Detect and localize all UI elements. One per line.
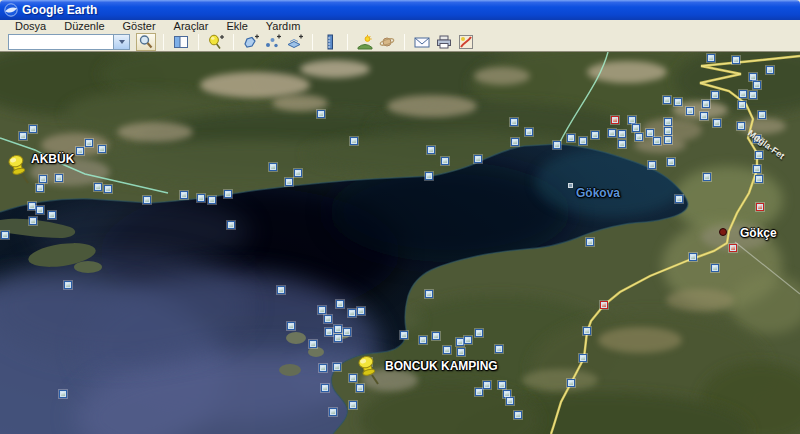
photo-placemark[interactable] <box>319 364 327 372</box>
boncuk-pushpin-icon[interactable] <box>357 356 383 386</box>
photo-placemark[interactable] <box>325 328 333 336</box>
photo-placemark[interactable] <box>608 129 616 137</box>
photo-placemark[interactable] <box>29 217 37 225</box>
photo-placemark[interactable] <box>48 211 56 219</box>
photo-placemark[interactable] <box>443 346 451 354</box>
photo-placemark[interactable] <box>94 183 102 191</box>
photo-placemark[interactable] <box>349 401 357 409</box>
boncuk-placemark-label[interactable]: BONCUK KAMPING <box>385 359 498 373</box>
photo-placemark[interactable] <box>227 221 235 229</box>
photo-placemark[interactable] <box>511 138 519 146</box>
photo-placemark[interactable] <box>419 336 427 344</box>
menu-ekle[interactable]: Ekle <box>217 20 256 32</box>
map-view[interactable]: AKBÜK Gökova Gökçe BONCUK KAMPING Muğla-… <box>0 52 800 434</box>
photo-placemark[interactable] <box>143 196 151 204</box>
photo-placemark[interactable] <box>76 147 84 155</box>
photo-placemark[interactable] <box>349 374 357 382</box>
photo-placemark[interactable] <box>766 66 774 74</box>
photo-placemark[interactable] <box>583 327 591 335</box>
photo-placemark[interactable] <box>334 325 342 333</box>
photo-placemark[interactable] <box>98 145 106 153</box>
menu-goster[interactable]: Göster <box>114 20 165 32</box>
photo-placemark[interactable] <box>474 155 482 163</box>
photo-placemark[interactable] <box>525 128 533 136</box>
photo-placemark[interactable] <box>180 191 188 199</box>
photo-placemark[interactable] <box>457 348 465 356</box>
menu-araclar[interactable]: Araçlar <box>165 20 218 32</box>
photo-placemark[interactable] <box>632 124 640 132</box>
photo-placemark[interactable] <box>749 91 757 99</box>
photo-placemark-red[interactable] <box>600 301 608 309</box>
photo-placemark[interactable] <box>104 185 112 193</box>
photo-placemark[interactable] <box>197 194 205 202</box>
photo-placemark[interactable] <box>321 384 329 392</box>
photo-placemark-red[interactable] <box>729 244 737 252</box>
photo-placemark[interactable] <box>357 307 365 315</box>
photo-placemark[interactable] <box>618 130 626 138</box>
photo-placemark[interactable] <box>425 172 433 180</box>
photo-placemark[interactable] <box>646 129 654 137</box>
photo-placemark[interactable] <box>317 110 325 118</box>
photo-placemark[interactable] <box>483 381 491 389</box>
photo-placemark[interactable] <box>700 112 708 120</box>
photo-placemark[interactable] <box>749 73 757 81</box>
photo-placemark[interactable] <box>336 300 344 308</box>
photo-placemark[interactable] <box>36 206 44 214</box>
photo-placemark[interactable] <box>28 202 36 210</box>
photo-placemark[interactable] <box>333 363 341 371</box>
menu-yardim[interactable]: Yardım <box>257 20 310 32</box>
photo-placemark[interactable] <box>498 381 506 389</box>
titlebar[interactable]: Google Earth <box>0 0 800 20</box>
search-button[interactable] <box>136 33 156 51</box>
photo-placemark[interactable] <box>514 411 522 419</box>
photo-placemark[interactable] <box>591 131 599 139</box>
photo-placemark[interactable] <box>329 408 337 416</box>
ruler-button[interactable] <box>320 33 340 51</box>
photo-placemark[interactable] <box>324 315 332 323</box>
photo-placemark[interactable] <box>456 338 464 346</box>
menu-dosya[interactable]: Dosya <box>6 20 55 32</box>
photo-placemark[interactable] <box>711 91 719 99</box>
photo-placemark[interactable] <box>441 157 449 165</box>
photo-placemark[interactable] <box>739 90 747 98</box>
photo-placemark[interactable] <box>689 253 697 261</box>
photo-placemark[interactable] <box>348 309 356 317</box>
photo-placemark[interactable] <box>85 139 93 147</box>
photo-placemark[interactable] <box>579 137 587 145</box>
photo-placemark[interactable] <box>475 329 483 337</box>
photo-placemark[interactable] <box>586 238 594 246</box>
photo-placemark[interactable] <box>506 397 514 405</box>
sidebar-toggle-button[interactable] <box>171 33 191 51</box>
add-path-button[interactable] <box>263 33 283 51</box>
photo-placemark[interactable] <box>318 306 326 314</box>
photo-placemark[interactable] <box>686 107 694 115</box>
photo-placemark[interactable] <box>753 81 761 89</box>
add-placemark-button[interactable] <box>206 33 226 51</box>
photo-placemark[interactable] <box>567 134 575 142</box>
photo-placemark[interactable] <box>758 111 766 119</box>
photo-placemark[interactable] <box>285 178 293 186</box>
photo-placemark[interactable] <box>755 175 763 183</box>
akbuk-placemark-label[interactable]: AKBÜK <box>31 152 74 166</box>
photo-placemark[interactable] <box>432 332 440 340</box>
photo-placemark[interactable] <box>350 137 358 145</box>
photo-placemark[interactable] <box>425 290 433 298</box>
photo-placemark[interactable] <box>287 322 295 330</box>
akbuk-pushpin-icon[interactable] <box>7 155 33 185</box>
photo-placemark[interactable] <box>64 281 72 289</box>
photo-placemark[interactable] <box>36 184 44 192</box>
photo-placemark[interactable] <box>713 119 721 127</box>
photo-placemark[interactable] <box>294 169 302 177</box>
photo-placemark[interactable] <box>711 264 719 272</box>
photo-placemark[interactable] <box>664 127 672 135</box>
photo-placemark[interactable] <box>707 54 715 62</box>
photo-placemark-red[interactable] <box>756 203 764 211</box>
photo-placemark[interactable] <box>464 336 472 344</box>
photo-placemark[interactable] <box>475 388 483 396</box>
photo-placemark-red[interactable] <box>611 116 619 124</box>
print-button[interactable] <box>434 33 454 51</box>
photo-placemark[interactable] <box>343 328 351 336</box>
photo-placemark[interactable] <box>309 340 317 348</box>
photo-placemark[interactable] <box>334 334 342 342</box>
photo-placemark[interactable] <box>664 118 672 126</box>
